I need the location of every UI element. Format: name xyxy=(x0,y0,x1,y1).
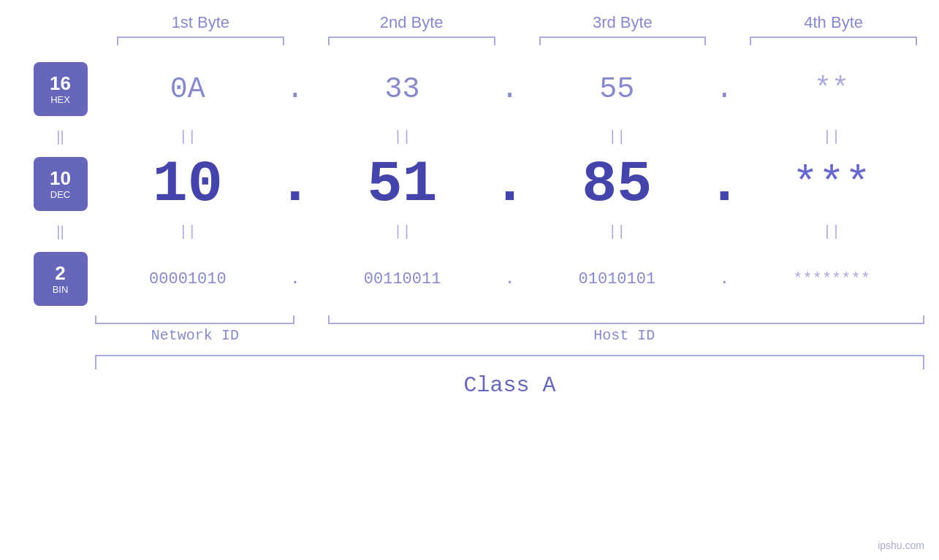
equals-hex-dec: || xyxy=(56,122,64,151)
class-label: Class A xyxy=(95,373,924,398)
class-bar-container: Class A xyxy=(95,355,924,398)
hex-b2: 33 xyxy=(310,73,495,106)
hex-value-row: 0A . 33 . 55 . ** xyxy=(95,56,924,122)
watermark: ipshu.com xyxy=(878,540,924,551)
equals-dec-bin: || xyxy=(56,217,64,246)
eq2-b1: || xyxy=(95,223,281,240)
dec-b1: 10 xyxy=(95,151,281,218)
hex-b3: 55 xyxy=(525,73,710,106)
eq2-b3: || xyxy=(525,223,710,240)
hex-badge-label: HEX xyxy=(50,94,70,105)
hex-b1: 0A xyxy=(95,73,281,106)
network-id-label: Network ID xyxy=(95,327,295,344)
hex-sep1: . xyxy=(281,73,310,106)
dec-b2: 51 xyxy=(310,151,495,218)
bin-badge: 2 BIN xyxy=(34,252,88,306)
hex-sep3: . xyxy=(710,73,739,106)
equals-row-2: || || || || xyxy=(95,217,924,246)
byte3-header: 3rd Byte xyxy=(517,13,729,32)
dec-value-row: 10 . 51 . 85 . *** xyxy=(95,151,924,217)
hex-b4: ** xyxy=(739,73,924,106)
bracket-byte2 xyxy=(328,37,495,45)
bin-b3: 01010101 xyxy=(525,270,710,288)
host-id-label: Host ID xyxy=(324,327,924,344)
host-bracket xyxy=(328,315,924,324)
eq1-b1: || xyxy=(95,129,281,145)
bin-sep2: . xyxy=(495,270,525,288)
byte4-header: 4th Byte xyxy=(728,13,939,32)
dec-sep3: . xyxy=(710,151,739,218)
eq2-b2: || xyxy=(310,223,495,240)
bin-badge-label: BIN xyxy=(53,284,69,295)
class-bracket xyxy=(95,355,924,369)
hex-sep2: . xyxy=(495,73,525,106)
bin-sep3: . xyxy=(710,270,739,288)
hex-badge-number: 16 xyxy=(50,73,71,94)
dec-badge-label: DEC xyxy=(50,189,70,200)
eq1-b4: || xyxy=(739,129,924,145)
bracket-byte1 xyxy=(117,37,284,45)
dec-badge: 10 DEC xyxy=(34,157,88,211)
bin-b1: 00001010 xyxy=(95,270,281,288)
dec-b4: *** xyxy=(739,159,924,209)
hex-badge: 16 HEX xyxy=(34,62,88,116)
id-labels-row: Network ID Host ID xyxy=(95,327,924,344)
dec-badge-number: 10 xyxy=(50,168,71,189)
equals-row-1: || || || || xyxy=(95,122,924,151)
bin-value-row: 00001010 . 00110011 . 01010101 . *******… xyxy=(95,246,924,312)
dec-sep1: . xyxy=(281,151,310,218)
bracket-byte4 xyxy=(750,37,917,45)
bottom-bracket-container xyxy=(95,315,924,324)
bin-sep1: . xyxy=(281,270,310,288)
bin-b4: ******** xyxy=(739,270,924,288)
eq2-b4: || xyxy=(739,223,924,240)
dec-b3: 85 xyxy=(525,151,710,218)
byte2-header: 2nd Byte xyxy=(306,13,517,32)
byte1-header: 1st Byte xyxy=(95,13,306,32)
bracket-byte3 xyxy=(539,37,707,45)
bin-b2: 00110011 xyxy=(310,270,495,288)
eq1-b3: || xyxy=(525,129,710,145)
eq1-b2: || xyxy=(310,129,495,145)
network-bracket xyxy=(95,315,294,324)
dec-sep2: . xyxy=(495,151,525,218)
bin-badge-number: 2 xyxy=(55,263,65,284)
